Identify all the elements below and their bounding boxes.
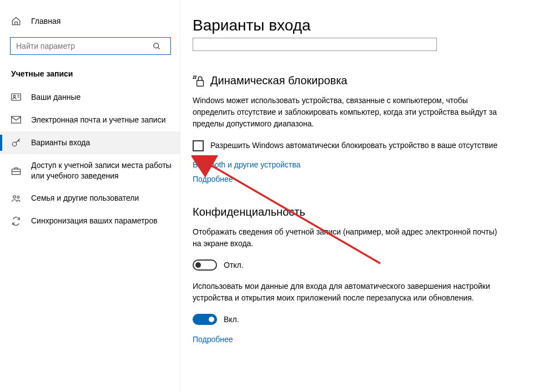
dropdown-cutoff[interactable]	[193, 38, 437, 51]
sidebar-item-label: Синхронизация ваших параметров	[31, 216, 174, 226]
home-label: Главная	[31, 17, 61, 26]
svg-point-16	[195, 78, 195, 78]
svg-point-14	[195, 75, 196, 76]
svg-point-15	[193, 78, 194, 78]
sidebar-item-family[interactable]: Семья и другие пользователи	[0, 187, 180, 210]
svg-line-1	[158, 47, 159, 49]
page-title: Варианты входа	[193, 17, 517, 34]
home-icon	[11, 16, 21, 26]
dynamic-lock-checkbox-row[interactable]: Разрешить Windows автоматически блокиров…	[193, 140, 503, 151]
sidebar-item-email-accounts[interactable]: Электронная почта и учетные записи	[0, 109, 180, 131]
search-input-container[interactable]	[10, 37, 171, 55]
svg-point-0	[154, 43, 159, 48]
search-icon	[153, 42, 170, 50]
home-link[interactable]: Главная	[10, 14, 180, 37]
sidebar-item-sync[interactable]: Синхронизация ваших параметров	[0, 210, 180, 232]
svg-point-11	[17, 196, 19, 198]
briefcase-icon	[11, 166, 21, 175]
privacy-use-signin-toggle-row: Вкл.	[193, 314, 517, 325]
dynamic-lock-description: Windows может использовать устройства, с…	[193, 95, 503, 130]
svg-rect-12	[197, 80, 204, 86]
sidebar-item-label: Электронная почта и учетные записи	[31, 115, 174, 125]
dynamic-lock-checkbox[interactable]	[193, 140, 204, 151]
sidebar-item-work-school[interactable]: Доступ к учетной записи места работы или…	[0, 154, 180, 187]
main-content: Варианты входа Динамическая блокировка W…	[180, 0, 534, 392]
privacy-more-link[interactable]: Подробнее	[193, 335, 517, 344]
bluetooth-devices-link[interactable]: Bluetooth и другие устройства	[193, 160, 517, 169]
svg-point-3	[13, 95, 16, 98]
svg-point-13	[194, 75, 194, 76]
sidebar-item-label: Доступ к учетной записи места работы или…	[31, 160, 174, 181]
svg-point-10	[13, 196, 16, 198]
sidebar-group-title: Учетные записи	[10, 66, 180, 86]
search-input[interactable]	[11, 42, 153, 50]
privacy-show-account-toggle-row: Откл.	[193, 259, 517, 271]
privacy-use-signin-state: Вкл.	[224, 315, 239, 324]
svg-rect-6	[12, 116, 21, 123]
privacy-use-signin-desc: Использовать мои данные для входа для ав…	[193, 281, 503, 304]
sync-icon	[11, 216, 21, 226]
dynamic-lock-icon	[193, 75, 205, 87]
sidebar-item-label: Семья и другие пользователи	[31, 193, 174, 203]
settings-sidebar: Главная Учетные записи Ваши данные Элект…	[0, 0, 180, 392]
privacy-use-signin-toggle[interactable]	[193, 314, 217, 325]
privacy-show-account-state: Откл.	[224, 261, 244, 269]
dynamic-lock-heading: Динамическая блокировка	[193, 74, 517, 87]
sidebar-nav: Ваши данные Электронная почта и учетные …	[0, 86, 180, 232]
sidebar-item-your-info[interactable]: Ваши данные	[0, 86, 180, 109]
sidebar-item-signin-options[interactable]: Варианты входа	[0, 131, 180, 154]
sidebar-item-label: Варианты входа	[31, 138, 174, 148]
sidebar-item-label: Ваши данные	[31, 92, 174, 103]
privacy-show-account-toggle[interactable]	[193, 259, 217, 271]
key-icon	[11, 138, 21, 147]
dynamic-lock-checkbox-label: Разрешить Windows автоматически блокиров…	[210, 140, 497, 151]
family-icon	[11, 194, 21, 203]
dynamic-lock-more-link[interactable]: Подробнее	[193, 175, 517, 184]
privacy-show-account-desc: Отображать сведения об учетной записи (н…	[193, 226, 503, 250]
user-badge-icon	[11, 93, 21, 101]
privacy-heading: Конфиденциальность	[193, 206, 517, 218]
mail-icon	[11, 116, 21, 124]
